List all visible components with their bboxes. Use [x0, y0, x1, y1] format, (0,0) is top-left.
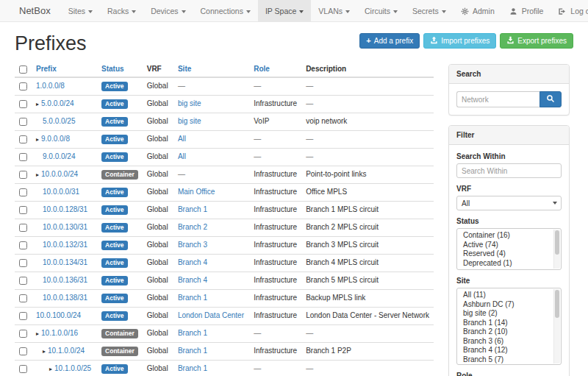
- nav-item-circuits[interactable]: Circuits: [357, 0, 405, 21]
- column-header-site[interactable]: Site: [173, 62, 249, 77]
- row-checkbox[interactable]: [19, 153, 27, 161]
- nav-item-connections[interactable]: Connections: [193, 0, 258, 21]
- status-multiselect[interactable]: Container (16)Active (74)Reserved (4)Dep…: [456, 228, 562, 270]
- app-brand[interactable]: NetBox: [0, 0, 61, 21]
- nav-item-ip-space[interactable]: IP Space: [258, 0, 311, 21]
- row-checkbox[interactable]: [19, 188, 27, 196]
- row-checkbox[interactable]: [19, 118, 27, 126]
- status-option[interactable]: Deprecated (1): [457, 259, 552, 269]
- site-link[interactable]: big site: [178, 117, 201, 125]
- scrollbar-thumb[interactable]: [555, 230, 559, 255]
- site-link[interactable]: Branch 1: [178, 329, 207, 337]
- prefix-link[interactable]: 10.0.0.0/31: [43, 188, 79, 196]
- row-checkbox[interactable]: [19, 82, 27, 91]
- prefix-link[interactable]: 10.0.0.136/31: [43, 276, 87, 284]
- prefix-link[interactable]: 9.0.0.0/8: [41, 135, 70, 143]
- site-option[interactable]: big site (2): [457, 309, 552, 319]
- row-checkbox[interactable]: [19, 347, 27, 355]
- prefix-link[interactable]: 10.0.0.134/31: [43, 258, 87, 266]
- description-value: Branch 5 MPLS circuit: [306, 276, 379, 284]
- site-option[interactable]: Branch 1 (14): [457, 319, 552, 328]
- site-link[interactable]: All: [178, 152, 186, 160]
- site-option[interactable]: Branch 5 (7): [457, 355, 552, 365]
- page-title: Prefixes: [15, 32, 573, 55]
- scrollbar[interactable]: [553, 289, 560, 363]
- prefix-link[interactable]: 10.1.0.0/25: [54, 364, 91, 372]
- prefix-link[interactable]: 10.0.0.130/31: [43, 223, 87, 231]
- prefix-list-region: PrefixStatusVRFSiteRoleDescription 1.0.0…: [15, 62, 434, 376]
- row-checkbox[interactable]: [19, 294, 27, 302]
- site-option[interactable]: Branch 3 (6): [457, 337, 552, 347]
- column-header-role[interactable]: Role: [249, 62, 301, 77]
- row-checkbox[interactable]: [19, 171, 27, 179]
- site-link[interactable]: All: [178, 135, 186, 143]
- nav-item-log-out[interactable]: Log out: [551, 0, 588, 21]
- scrollbar-thumb[interactable]: [555, 290, 559, 318]
- prefix-link[interactable]: 10.0.0.138/31: [43, 294, 87, 302]
- vrf-select[interactable]: All: [456, 196, 562, 210]
- table-row: ▸10.1.0.0/24ContainerGlobalBranch 1Infra…: [15, 342, 434, 360]
- nav-item-vlans[interactable]: VLANs: [311, 0, 357, 21]
- site-link[interactable]: Branch 4: [178, 276, 207, 284]
- site-option[interactable]: COLO-1-24 (3): [457, 364, 552, 365]
- select-all-checkbox[interactable]: [19, 65, 27, 74]
- nav-item-sites[interactable]: Sites: [61, 0, 100, 21]
- row-checkbox[interactable]: [19, 330, 27, 338]
- row-checkbox[interactable]: [19, 365, 27, 373]
- nav-item-admin[interactable]: Admin: [453, 0, 502, 21]
- column-header-status[interactable]: Status: [97, 62, 143, 77]
- prefix-link[interactable]: 5.0.0.0/25: [43, 117, 75, 125]
- status-option[interactable]: Reserved (4): [457, 249, 552, 259]
- row-checkbox[interactable]: [19, 259, 27, 267]
- column-header-prefix[interactable]: Prefix: [32, 62, 97, 77]
- vrf-cell: Global: [143, 130, 173, 148]
- site-link[interactable]: Branch 1: [178, 205, 207, 213]
- scrollbar[interactable]: [553, 230, 560, 269]
- row-checkbox[interactable]: [19, 312, 27, 320]
- table-row: 10.0.0.0/31ActiveGlobalMain OfficeInfras…: [15, 183, 434, 201]
- row-checkbox[interactable]: [19, 224, 27, 232]
- row-checkbox[interactable]: [19, 206, 27, 214]
- prefix-link[interactable]: 10.1.0.0/24: [48, 347, 85, 355]
- prefix-link[interactable]: 5.0.0.0/24: [41, 99, 74, 107]
- prefix-link[interactable]: 9.0.0.0/24: [43, 152, 75, 160]
- prefix-link[interactable]: 10.0.0.0/24: [41, 170, 78, 178]
- row-checkbox[interactable]: [19, 135, 27, 143]
- nav-item-devices[interactable]: Devices: [143, 0, 193, 21]
- site-link[interactable]: Branch 4: [178, 258, 207, 266]
- site-link[interactable]: Branch 3: [178, 241, 207, 249]
- site-link[interactable]: London Data Center: [178, 311, 244, 319]
- status-option[interactable]: Active (74): [457, 241, 552, 250]
- nav-item-racks[interactable]: Racks: [100, 0, 143, 21]
- site-link[interactable]: Branch 1: [178, 294, 207, 302]
- status-option[interactable]: Container (16): [457, 231, 552, 241]
- site-link[interactable]: Branch 2: [178, 223, 207, 231]
- search-input[interactable]: [456, 91, 539, 107]
- site-link[interactable]: Branch 1: [178, 347, 207, 355]
- row-checkbox[interactable]: [19, 277, 27, 285]
- search-button[interactable]: [539, 91, 562, 107]
- status-label: Status: [456, 217, 562, 225]
- nav-item-secrets[interactable]: Secrets: [405, 0, 453, 21]
- site-option[interactable]: Ashburn DC (7): [457, 300, 552, 310]
- site-link[interactable]: Branch 1: [178, 364, 207, 372]
- prefix-link[interactable]: 10.1.0.0/16: [41, 329, 78, 337]
- prefix-link[interactable]: 10.0.100.0/24: [36, 311, 81, 319]
- description-cell: Branch 2 MPLS circuit: [301, 219, 434, 236]
- prefix-link[interactable]: 10.0.0.128/31: [43, 205, 87, 213]
- column-header-label: Role: [254, 65, 270, 73]
- site-option[interactable]: Branch 2 (10): [457, 327, 552, 337]
- site-multiselect[interactable]: All (11)Ashburn DC (7)big site (2)Branch…: [456, 288, 562, 365]
- row-checkbox[interactable]: [19, 100, 27, 108]
- site-link[interactable]: big site: [178, 99, 201, 107]
- row-checkbox[interactable]: [19, 241, 27, 249]
- site-option[interactable]: All (11): [457, 291, 552, 300]
- site-option[interactable]: Branch 4 (12): [457, 346, 552, 355]
- prefix-link[interactable]: 1.0.0.0/8: [36, 82, 65, 90]
- prefix-link[interactable]: 10.0.0.132/31: [43, 241, 87, 249]
- search-within-input[interactable]: [456, 163, 562, 178]
- status-badge: Active: [101, 188, 128, 197]
- nav-item-profile[interactable]: Profile: [502, 0, 551, 21]
- nav-item-label: Connections: [201, 7, 243, 15]
- site-link[interactable]: Main Office: [178, 188, 215, 196]
